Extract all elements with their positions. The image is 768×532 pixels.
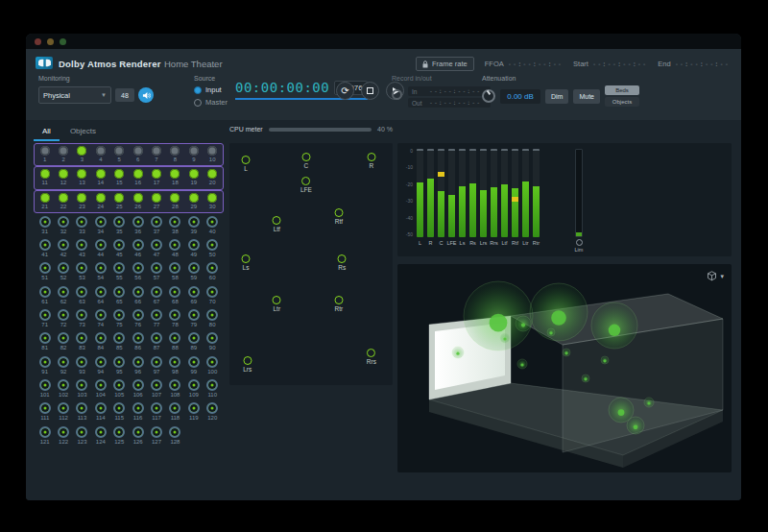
- speaker-L[interactable]: L: [242, 156, 251, 172]
- audio-object[interactable]: [644, 398, 654, 407]
- channel-93[interactable]: 93: [73, 354, 91, 375]
- audio-object[interactable]: [452, 347, 464, 358]
- channel-99[interactable]: 99: [184, 354, 203, 375]
- channel-96[interactable]: 96: [129, 354, 147, 375]
- channel-18[interactable]: 18: [166, 167, 184, 188]
- channel-9[interactable]: 9: [184, 144, 203, 165]
- channel-46[interactable]: 46: [129, 237, 147, 258]
- channel-120[interactable]: 120: [204, 400, 222, 422]
- channel-52[interactable]: 52: [54, 260, 72, 281]
- channel-44[interactable]: 44: [91, 237, 109, 258]
- audio-object[interactable]: [582, 375, 589, 382]
- channel-54[interactable]: 54: [91, 260, 109, 281]
- channel-15[interactable]: 15: [110, 167, 129, 188]
- ffoa-value[interactable]: --:--:--:--: [508, 60, 563, 68]
- channel-49[interactable]: 49: [184, 237, 203, 258]
- channel-83[interactable]: 83: [73, 330, 91, 351]
- channel-109[interactable]: 109: [184, 377, 203, 399]
- channel-80[interactable]: 80: [204, 307, 222, 328]
- channel-73[interactable]: 73: [73, 307, 91, 328]
- channel-69[interactable]: 69: [184, 284, 203, 305]
- channel-65[interactable]: 65: [110, 284, 129, 305]
- record-out-field[interactable]: Out --:--:--:--: [408, 98, 491, 108]
- channel-106[interactable]: 106: [129, 377, 147, 399]
- channel-95[interactable]: 95: [110, 354, 129, 375]
- audio-object[interactable]: [563, 349, 570, 356]
- speaker-R[interactable]: R: [367, 153, 375, 169]
- channel-104[interactable]: 104: [91, 377, 109, 399]
- channel-35[interactable]: 35: [110, 214, 129, 235]
- channel-108[interactable]: 108: [166, 377, 184, 399]
- speaker-Ltr[interactable]: Ltr: [273, 296, 281, 312]
- channel-107[interactable]: 107: [147, 377, 165, 399]
- channel-79[interactable]: 79: [184, 307, 203, 328]
- source-input-radio[interactable]: Input: [194, 85, 228, 94]
- channel-16[interactable]: 16: [129, 167, 147, 188]
- record-arm-button[interactable]: [392, 89, 402, 100]
- channel-74[interactable]: 74: [91, 307, 109, 328]
- channel-30[interactable]: 30: [204, 191, 222, 212]
- channel-21[interactable]: 21: [36, 191, 54, 212]
- channel-8[interactable]: 8: [166, 144, 184, 165]
- channel-61[interactable]: 61: [36, 284, 54, 305]
- channel-39[interactable]: 39: [184, 214, 203, 235]
- channel-13[interactable]: 13: [73, 167, 91, 188]
- channel-37[interactable]: 37: [147, 214, 165, 235]
- channel-110[interactable]: 110: [204, 377, 222, 399]
- channel-29[interactable]: 29: [184, 191, 203, 212]
- channel-113[interactable]: 113: [73, 400, 91, 422]
- window-close-button[interactable]: [35, 38, 41, 45]
- sync-button[interactable]: ⟳: [336, 82, 354, 100]
- channel-12[interactable]: 12: [54, 167, 72, 188]
- channel-71[interactable]: 71: [36, 307, 54, 328]
- source-master-radio[interactable]: Master: [194, 98, 228, 107]
- channel-123[interactable]: 123: [73, 424, 91, 446]
- channel-77[interactable]: 77: [147, 307, 165, 328]
- beds-button[interactable]: Beds: [605, 85, 639, 95]
- record-in-field[interactable]: In --:--:--:--: [408, 86, 491, 96]
- channel-75[interactable]: 75: [110, 307, 129, 328]
- channel-70[interactable]: 70: [204, 284, 222, 305]
- attenuation-knob[interactable]: [482, 89, 495, 103]
- channel-78[interactable]: 78: [166, 307, 184, 328]
- channel-1[interactable]: 1: [36, 144, 54, 165]
- view-angle-button[interactable]: ▾: [707, 271, 724, 281]
- channel-38[interactable]: 38: [166, 214, 184, 235]
- channel-57[interactable]: 57: [147, 260, 165, 281]
- channel-7[interactable]: 7: [147, 144, 165, 165]
- monitoring-mode-select[interactable]: Physical ▼: [38, 86, 111, 104]
- channel-122[interactable]: 122: [54, 424, 72, 446]
- channel-59[interactable]: 59: [184, 260, 203, 281]
- channel-67[interactable]: 67: [147, 284, 165, 305]
- speaker-Ls[interactable]: Ls: [242, 254, 251, 271]
- channel-50[interactable]: 50: [204, 237, 222, 258]
- channel-3[interactable]: 3: [73, 144, 91, 165]
- dim-button[interactable]: Dim: [545, 89, 568, 104]
- tab-objects[interactable]: Objects: [61, 122, 105, 141]
- window-minimize-button[interactable]: [47, 38, 54, 45]
- channel-55[interactable]: 55: [110, 260, 129, 281]
- channel-121[interactable]: 121: [36, 424, 54, 446]
- channel-72[interactable]: 72: [54, 307, 72, 328]
- channel-4[interactable]: 4: [91, 144, 109, 165]
- channel-63[interactable]: 63: [73, 284, 91, 305]
- channel-92[interactable]: 92: [54, 354, 72, 375]
- channel-20[interactable]: 20: [204, 167, 222, 188]
- channel-31[interactable]: 31: [36, 214, 54, 235]
- channel-84[interactable]: 84: [91, 330, 109, 351]
- channel-115[interactable]: 115: [110, 400, 129, 422]
- channel-41[interactable]: 41: [36, 237, 54, 258]
- channel-22[interactable]: 22: [54, 191, 72, 212]
- limiter-knob-icon[interactable]: [576, 239, 583, 246]
- channel-64[interactable]: 64: [91, 284, 109, 305]
- channel-118[interactable]: 118: [166, 400, 184, 422]
- channel-126[interactable]: 126: [129, 424, 147, 446]
- channel-2[interactable]: 2: [54, 144, 72, 165]
- audio-object[interactable]: [500, 333, 510, 343]
- audio-object[interactable]: [530, 283, 588, 341]
- audio-object[interactable]: [601, 356, 609, 364]
- channel-98[interactable]: 98: [166, 354, 184, 375]
- channel-56[interactable]: 56: [129, 260, 147, 281]
- channel-125[interactable]: 125: [110, 424, 129, 446]
- channel-97[interactable]: 97: [147, 354, 165, 375]
